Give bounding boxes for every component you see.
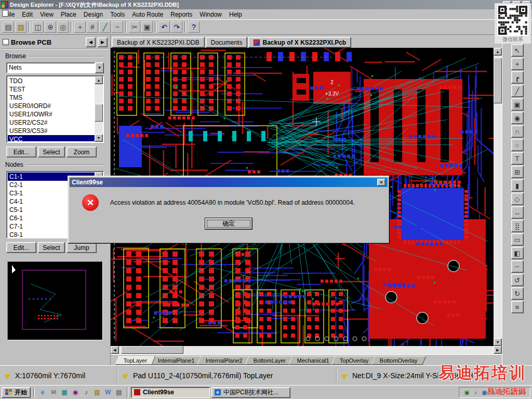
toolbar-button[interactable] [29,22,30,32]
ok-button[interactable]: 确定 [205,218,252,230]
channels-icon[interactable]: ◉ [70,387,81,397]
menu-tools[interactable]: Tools [107,10,128,19]
menu-help[interactable]: Help [225,10,246,19]
dialog-close-icon[interactable]: × [377,179,385,186]
split-plane-icon[interactable]: ◧ [511,247,524,259]
folder-icon[interactable]: ▨ [92,387,102,397]
chevron-down-icon[interactable]: ▼ [95,62,104,73]
mail-icon[interactable]: ✉ [48,387,59,397]
text-icon[interactable]: T [511,152,524,165]
pcb-tray-icon[interactable]: ▣ [463,389,470,396]
net-item[interactable]: USER0/IORD# [8,102,95,110]
scroll-thumb[interactable] [121,346,183,354]
net-item[interactable]: USER1/IOWR# [8,110,95,118]
component-icon[interactable]: ⊞ [511,166,524,178]
crosshair-icon[interactable]: + [74,21,86,33]
pad-icon[interactable]: ▣ [511,98,524,111]
tab-documents[interactable]: Documents [206,37,248,48]
preview-canvas[interactable] [8,262,102,340]
layer-tab[interactable]: BottomOverlay [371,356,427,365]
panel-forward-button[interactable]: ▶ [98,37,108,47]
zoom-in-icon[interactable]: ⊕ [44,21,57,33]
tab-backup-ddb[interactable]: Backup of X KS2232PXI.DDB [112,37,205,48]
nets-scrollbar[interactable]: ▲ ▼ [95,76,103,142]
help-icon[interactable]: ? [188,21,200,33]
net-item[interactable]: TMS [8,94,95,102]
menu-design[interactable]: Design [80,10,107,19]
net-zoom-button[interactable]: Zoom [66,147,97,157]
board-preview[interactable] [7,261,103,340]
scroll-down-icon[interactable]: ▼ [494,338,502,346]
coordinate-icon[interactable]: + [511,58,524,70]
menu-auto-route[interactable]: Auto Route [128,10,167,19]
media-icon[interactable]: ♪ [81,387,91,397]
zoom-window-icon[interactable]: ◫ [32,21,44,33]
undo-icon[interactable]: ↶ [158,21,170,33]
redo-icon[interactable]: ↷ [170,21,183,33]
cut-icon[interactable]: ✂ [128,21,141,33]
task-client99se[interactable]: Client99se [131,387,210,398]
wire-icon[interactable]: ╱ [511,85,524,97]
scroll-up-icon[interactable]: ▲ [494,48,502,56]
layer-tab[interactable]: Mechanical1 [288,356,338,365]
via-icon[interactable]: ◉ [511,112,524,124]
scroll-up-icon[interactable]: ▲ [95,76,103,84]
scroll-right-icon[interactable]: ▶ [494,346,502,354]
rotate-ccw-icon[interactable]: ↺ [511,274,524,286]
copy-icon[interactable]: ▣ [141,21,153,33]
layer-tab[interactable]: TopOverlay [331,356,378,365]
wire-tool-icon[interactable]: ╱ [99,21,111,33]
explorer-icon[interactable]: ▤ [114,387,124,397]
node-jump-button[interactable]: Jump [66,242,97,253]
net-item[interactable]: TDO [8,77,95,85]
node-select-button[interactable]: Select [38,242,65,253]
tab-backup-pcb[interactable]: Backup of X KS2232PXI.Pcb [248,37,351,48]
dialog-title-bar[interactable]: Client99se × [70,178,388,187]
open-document-icon[interactable]: ▤ [2,21,15,33]
circle-icon[interactable]: ○ [511,139,524,151]
scroll-thumb[interactable] [95,104,103,122]
menu-edit[interactable]: Edit [18,10,36,19]
grid-icon[interactable]: # [86,21,99,33]
task-pcb-forum[interactable]: e中国PCB技术网社... [211,387,290,398]
align-icon[interactable]: ≡ [511,301,524,313]
menu-view[interactable]: View [36,10,57,19]
layer-tab[interactable]: TopLayer [115,356,156,365]
curve-tool-icon[interactable]: ~ [111,21,124,33]
desktop-icon[interactable]: ▦ [59,387,70,397]
toolbar-button[interactable] [155,22,156,32]
toolbar-button[interactable] [125,22,127,32]
rotate-cw-icon[interactable]: ↻ [511,287,524,300]
layer-tab[interactable]: InternalPlane2 [197,356,251,365]
ie-icon[interactable]: e [37,387,48,397]
editor-vscrollbar[interactable]: ▲ ▼ [494,48,502,346]
net-item[interactable]: VCC [8,135,95,141]
document-system-menu-icon[interactable] [2,10,8,17]
toolbar-button[interactable] [71,22,72,32]
net-select-button[interactable]: Select [38,147,65,157]
start-button[interactable]: 开始 [2,387,31,398]
net-item[interactable]: USER2/CS2# [8,118,95,127]
browse-mode-combo[interactable]: Nets ▼ [6,62,104,73]
fill-icon[interactable]: ▮ [511,179,524,192]
polygon-icon[interactable]: ◇ [511,193,524,205]
volume-icon[interactable]: ♪ [472,389,479,396]
net-item[interactable]: USER3/CS3# [8,127,95,135]
panel-back-button[interactable]: ◀ [86,37,96,47]
menu-place[interactable]: Place [57,10,80,19]
array-paste-icon[interactable]: ⣿ [511,220,524,232]
track-icon[interactable]: ┏ [511,71,524,84]
menu-reports[interactable]: Reports [167,10,196,19]
app-icon[interactable] [1,1,8,8]
net-item[interactable]: TEST [8,85,95,94]
scroll-thumb[interactable] [494,58,502,103]
net-edit-button[interactable]: Edit... [6,147,36,157]
scroll-down-icon[interactable]: ▼ [95,134,103,142]
layer-tab[interactable]: BottomLayer [245,356,295,365]
dashed-route-icon[interactable]: ╌ [511,260,524,273]
room-icon[interactable]: ▭ [511,233,524,246]
layer-tab[interactable]: InternalPlane1 [150,356,204,365]
scroll-left-icon[interactable]: ◀ [111,346,119,354]
toolbar-button[interactable] [184,22,186,32]
arc-icon[interactable]: ∩ [511,125,524,138]
